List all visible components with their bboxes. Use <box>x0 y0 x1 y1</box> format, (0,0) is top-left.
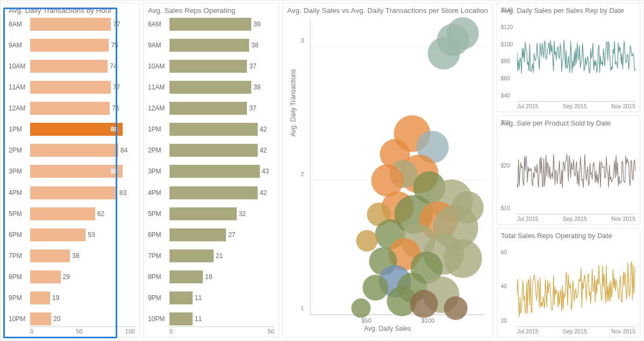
bar-fill <box>169 18 251 31</box>
category-label: 11AM <box>9 83 30 91</box>
bar-row[interactable]: 9PM11 <box>148 290 274 305</box>
bar-row[interactable]: 11AM77 <box>9 80 135 95</box>
bar-fill <box>169 228 226 241</box>
category-label: 10AM <box>148 62 169 70</box>
chart-title: Total Sales Reps Operating by Date <box>501 232 635 240</box>
bar-fill <box>169 291 193 304</box>
scatter-bubble[interactable] <box>443 239 482 278</box>
bar-track: 20 <box>30 312 135 325</box>
right-charts-column: Avg. Daily Sales per Sales Rep by Date $… <box>496 3 640 337</box>
category-label: 4PM <box>148 189 169 197</box>
y-tick: $60 <box>501 75 510 81</box>
scatter-bubble[interactable] <box>410 290 438 318</box>
bar-row[interactable]: 12AM37 <box>148 101 274 116</box>
bar-row[interactable]: 10PM20 <box>9 311 135 326</box>
bar-row[interactable]: 8AM39 <box>148 17 274 32</box>
bar-track: 42 <box>169 144 274 157</box>
y-tick: $140 <box>501 7 513 13</box>
bar-track: 43 <box>169 165 274 178</box>
category-label: 5PM <box>148 210 169 218</box>
bar-fill <box>169 102 247 115</box>
bar-value: 37 <box>249 62 256 70</box>
scatter-bubble[interactable] <box>428 37 460 69</box>
bar-row[interactable]: 5PM32 <box>148 206 274 221</box>
bar-row[interactable]: 1PM42 <box>148 122 274 137</box>
bar-row[interactable]: 12AM76 <box>9 101 135 116</box>
bar-row[interactable]: 3PM88 <box>9 164 135 179</box>
category-label: 2PM <box>148 147 169 154</box>
bar-track: 39 <box>169 81 274 94</box>
scatter-bubble[interactable] <box>444 296 468 320</box>
category-label: 10PM <box>148 315 169 323</box>
line-series <box>517 261 635 317</box>
bar-value: 32 <box>239 210 246 218</box>
bar-row[interactable]: 6PM53 <box>9 227 135 242</box>
x-tick: 0 <box>169 328 173 335</box>
category-label: 6PM <box>148 231 169 239</box>
bar-value: 43 <box>262 168 269 175</box>
category-label: 1PM <box>148 126 169 133</box>
bar-track: 84 <box>30 144 135 157</box>
bar-row[interactable]: 8PM16 <box>148 269 274 284</box>
bar-row[interactable]: 9PM19 <box>9 290 135 305</box>
bar-value: 75 <box>111 41 118 49</box>
bar-track: 11 <box>169 312 274 325</box>
bar-row[interactable]: 8PM29 <box>9 269 135 284</box>
x-axis: Jul 2015Sep 2015Nov 2015 <box>517 103 635 109</box>
bar-row[interactable]: 2PM84 <box>9 143 135 158</box>
bar-value: 39 <box>253 20 260 28</box>
bar-value: 39 <box>253 83 260 91</box>
bar-row[interactable]: 10AM74 <box>9 59 135 74</box>
category-label: 8AM <box>148 20 169 28</box>
bar-track: 16 <box>169 270 274 283</box>
chart-transactions-by-hour[interactable]: Avg. Daily Transactions by Hour 8AM779AM… <box>4 3 140 337</box>
y-tick: $100 <box>501 41 513 47</box>
category-label: 7PM <box>148 252 169 260</box>
scatter-bubble[interactable] <box>356 230 378 252</box>
y-tick: $20 <box>501 162 510 168</box>
y-tick: $10 <box>501 205 510 211</box>
bar-fill <box>30 60 108 73</box>
bar-row[interactable]: 4PM42 <box>148 185 274 200</box>
chart-sales-vs-transactions[interactable]: Avg. Daily Sales vs Avg. Daily Transacti… <box>282 3 493 337</box>
bar-row[interactable]: 10AM37 <box>148 59 274 74</box>
bar-value: 88 <box>111 126 118 133</box>
chart-sales-reps-operating[interactable]: Avg. Sales Reps Operating 8AM399AM3810AM… <box>143 3 279 337</box>
x-axis-label: Avg. Daily Sales <box>287 325 488 332</box>
scatter-bubble[interactable] <box>363 275 388 301</box>
bar-row[interactable]: 9AM75 <box>9 38 135 53</box>
bar-row[interactable]: 1PM88 <box>9 122 135 137</box>
category-label: 10AM <box>9 62 30 70</box>
bar-row[interactable]: 7PM38 <box>9 248 135 263</box>
bar-row[interactable]: 2PM42 <box>148 143 274 158</box>
dashboard: Avg. Daily Transactions by Hour 8AM779AM… <box>0 0 644 341</box>
bar-row[interactable]: 8AM77 <box>9 17 135 32</box>
category-label: 11AM <box>148 83 169 91</box>
bar-row[interactable]: 10PM11 <box>148 311 274 326</box>
bar-fill <box>30 144 118 157</box>
bar-row[interactable]: 7PM21 <box>148 248 274 263</box>
bar-row[interactable]: 9AM38 <box>148 38 274 53</box>
bar-track: 27 <box>169 228 274 241</box>
category-label: 8PM <box>148 273 169 281</box>
chart-sale-per-product[interactable]: Avg. Sale per Product Sold by Date $10$2… <box>496 115 640 225</box>
chart-total-reps-operating[interactable]: Total Sales Reps Operating by Date 20406… <box>496 228 640 337</box>
bar-row[interactable]: 11AM39 <box>148 80 274 95</box>
bar-value: 38 <box>72 252 79 260</box>
line-plot-area: $10$20$30 <box>517 128 635 214</box>
bar-value: 42 <box>260 147 267 154</box>
category-label: 3PM <box>148 168 169 175</box>
bar-row[interactable]: 4PM83 <box>9 185 135 200</box>
bar-fill <box>169 81 251 94</box>
scatter-plot-area: 123 <box>310 20 485 315</box>
scatter-bubble[interactable] <box>351 298 371 318</box>
bar-row[interactable]: 5PM62 <box>9 206 135 221</box>
bar-fill <box>169 270 203 283</box>
bar-track: 19 <box>30 291 135 304</box>
bar-row[interactable]: 3PM43 <box>148 164 274 179</box>
bar-value: 76 <box>112 105 119 112</box>
chart-daily-sales-per-rep[interactable]: Avg. Daily Sales per Sales Rep by Date $… <box>496 3 640 112</box>
bar-row[interactable]: 6PM27 <box>148 227 274 242</box>
bar-track: 74 <box>30 60 135 73</box>
y-tick: 40 <box>501 283 507 289</box>
